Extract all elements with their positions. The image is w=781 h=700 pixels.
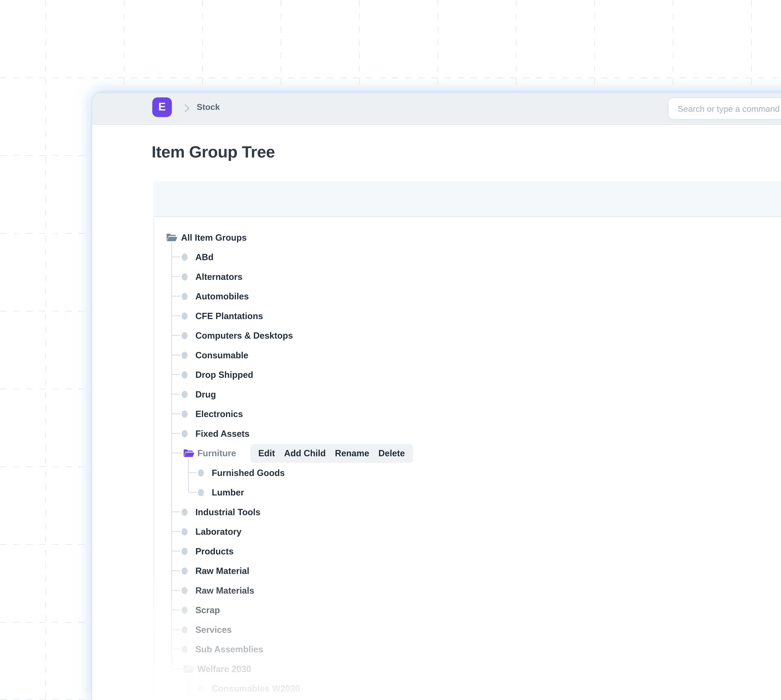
tree-node-label: Laboratory xyxy=(195,527,241,537)
leaf-node-icon xyxy=(182,567,188,574)
tree-node-label: Automobiles xyxy=(195,291,249,301)
folder-open-icon xyxy=(182,664,195,674)
leaf-node-icon xyxy=(182,391,188,398)
tree-node-label: Industrial Tools xyxy=(195,507,260,517)
tree-node-sub-assemblies[interactable]: Sub Assemblies xyxy=(153,639,781,659)
tree-node-label: Drug xyxy=(195,389,216,399)
edit-button[interactable]: Edit xyxy=(258,448,275,458)
leaf-node-icon xyxy=(182,528,188,535)
page-body: Expand All xyxy=(92,182,781,700)
leaf-node-icon xyxy=(182,430,188,437)
leaf-node-icon xyxy=(198,488,204,496)
tree-node-abd[interactable]: ABd xyxy=(153,247,781,267)
tree-node-industrial-tools[interactable]: Industrial Tools xyxy=(153,502,781,522)
tree-node-electronics[interactable]: Electronics xyxy=(153,404,781,424)
tree-node-consumable[interactable]: Consumable xyxy=(153,345,781,365)
app-window: E Stock A Settings Item Group Tree Menu xyxy=(92,92,781,700)
tree-node-label: Fixed Assets xyxy=(195,428,250,438)
item-group-tree: All Item Groups ABd Alternators Automobi… xyxy=(153,217,781,700)
leaf-node-icon xyxy=(182,587,188,594)
navbar: E Stock A Settings xyxy=(92,92,781,125)
tree-node-label: Furniture xyxy=(197,448,236,458)
tree-node-label: Consumable xyxy=(195,350,248,360)
leaf-node-icon xyxy=(182,273,188,280)
tree-node-welfare-2030[interactable]: Welfare 2030 xyxy=(153,659,781,678)
leaf-node-icon xyxy=(198,685,204,692)
folder-open-icon xyxy=(182,448,195,458)
tree-node-label: Furnished Goods xyxy=(212,468,285,478)
tree-node-label: Products xyxy=(195,546,234,556)
breadcrumb-chevron-icon xyxy=(183,103,191,113)
leaf-node-icon xyxy=(182,606,188,613)
leaf-node-icon xyxy=(198,469,204,476)
tree-node-label: Computers & Desktops xyxy=(195,330,293,340)
tree-node-laboratory[interactable]: Laboratory xyxy=(153,522,781,542)
rename-button[interactable]: Rename xyxy=(335,448,369,458)
leaf-node-icon xyxy=(182,312,188,319)
leaf-node-icon xyxy=(182,371,188,378)
tree-node-label: Sub Assemblies xyxy=(195,644,263,654)
tree-node-label: Lumber xyxy=(212,487,244,497)
page-head: Item Group Tree Menu xyxy=(92,125,781,182)
tree-node-label: Consumables W2030 xyxy=(212,683,300,693)
tree-node-drop-shipped[interactable]: Drop Shipped xyxy=(153,365,781,384)
tree-node-furniture-selected[interactable]: Furniture Edit Add Child Rename Delete xyxy=(153,443,781,463)
tree-node-label: Raw Material xyxy=(195,566,249,576)
tree-node-label: Scrap xyxy=(195,605,220,615)
add-child-button[interactable]: Add Child xyxy=(284,448,326,458)
leaf-node-icon xyxy=(182,548,188,555)
app-logo[interactable]: E xyxy=(152,97,172,117)
tree-node-fixed-assets[interactable]: Fixed Assets xyxy=(153,423,781,443)
leaf-node-icon xyxy=(182,508,188,515)
page-title: Item Group Tree xyxy=(152,142,275,162)
tree-node-lumber[interactable]: Lumber xyxy=(153,482,781,502)
tree-node-alternators[interactable]: Alternators xyxy=(153,267,781,287)
leaf-node-icon xyxy=(182,292,188,300)
tree-node-raw-material[interactable]: Raw Material xyxy=(153,561,781,581)
leaf-node-icon xyxy=(182,410,188,417)
tree-node-label: Electronics xyxy=(195,409,243,419)
breadcrumb[interactable]: Stock xyxy=(196,102,220,112)
tree-node-drug[interactable]: Drug xyxy=(153,384,781,404)
tree-node-label: Alternators xyxy=(195,272,242,282)
leaf-node-icon xyxy=(182,626,188,633)
folder-open-icon xyxy=(165,232,178,242)
tree-node-raw-materials[interactable]: Raw Materials xyxy=(153,580,781,600)
leaf-node-icon xyxy=(182,645,188,653)
filter-toolbar: Expand All xyxy=(153,182,781,217)
tree-node-label: ABd xyxy=(195,252,213,262)
tree-node-label: All Item Groups xyxy=(181,232,247,242)
tree-node-scrap[interactable]: Scrap xyxy=(153,600,781,620)
tree-rows: All Item Groups ABd Alternators Automobi… xyxy=(153,217,781,698)
tree-node-label: Welfare 2030 xyxy=(197,664,251,674)
tree-node-computers-desktops[interactable]: Computers & Desktops xyxy=(153,325,781,345)
tree-node-label: CFE Plantations xyxy=(195,311,263,321)
tree-node-furnished-goods[interactable]: Furnished Goods xyxy=(153,463,781,482)
tree-node-products[interactable]: Products xyxy=(153,541,781,561)
tree-node-services[interactable]: Services xyxy=(153,620,781,639)
tree-node-label: Drop Shipped xyxy=(195,370,253,380)
delete-button[interactable]: Delete xyxy=(378,448,405,458)
tree-node-automobiles[interactable]: Automobiles xyxy=(153,286,781,306)
tree-node-consumables-w2030[interactable]: Consumables W2030 xyxy=(153,678,781,698)
tree-node-cfe-plantations[interactable]: CFE Plantations xyxy=(153,306,781,326)
search-input[interactable] xyxy=(669,98,781,119)
global-search xyxy=(668,97,781,120)
leaf-node-icon xyxy=(182,253,188,260)
leaf-node-icon xyxy=(182,332,188,339)
screenshot-canvas: E Stock A Settings Item Group Tree Menu xyxy=(0,0,781,700)
tree-node-all-item-groups[interactable]: All Item Groups xyxy=(153,228,781,247)
leaf-node-icon xyxy=(182,352,188,358)
tree-node-label: Services xyxy=(195,625,231,634)
node-action-toolbar: Edit Add Child Rename Delete xyxy=(250,443,413,462)
tree-node-label: Raw Materials xyxy=(195,585,254,595)
